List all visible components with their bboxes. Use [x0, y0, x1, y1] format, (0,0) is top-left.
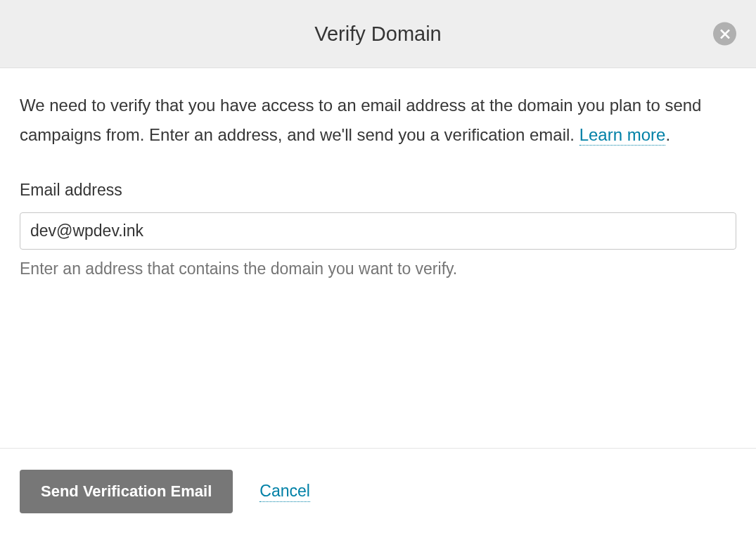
close-icon [720, 29, 730, 39]
modal-header: Verify Domain [0, 0, 756, 68]
modal-body: We need to verify that you have access t… [0, 68, 756, 448]
modal-title: Verify Domain [314, 23, 442, 46]
close-button[interactable] [713, 23, 736, 46]
email-helper-text: Enter an address that contains the domai… [20, 259, 736, 278]
learn-more-link[interactable]: Learn more [579, 125, 666, 146]
send-verification-button[interactable]: Send Verification Email [20, 470, 233, 513]
cancel-link[interactable]: Cancel [260, 482, 310, 502]
email-label: Email address [20, 181, 736, 200]
modal-footer: Send Verification Email Cancel [0, 448, 756, 533]
email-input[interactable] [20, 212, 736, 250]
description-period: . [665, 125, 670, 144]
description-text: We need to verify that you have access t… [20, 91, 736, 150]
